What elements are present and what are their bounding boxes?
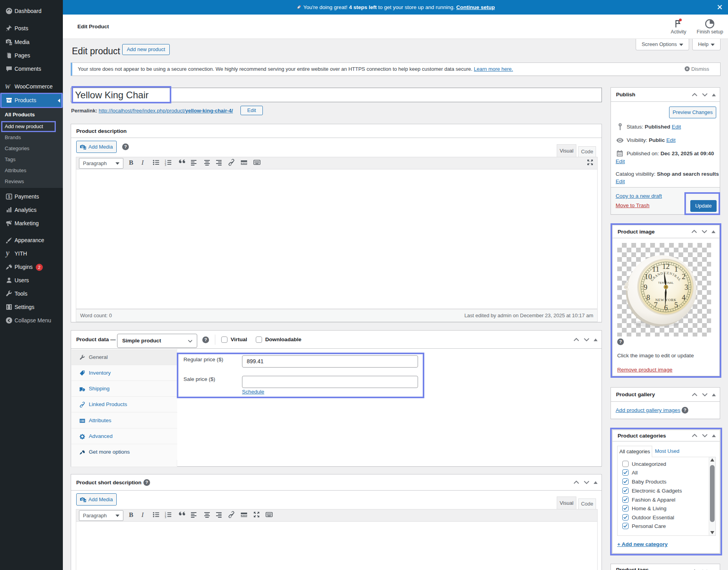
svg-text:I: I	[141, 159, 144, 166]
svg-text:I: I	[141, 511, 144, 519]
svg-text:4: 4	[682, 293, 686, 302]
svg-text:B: B	[129, 511, 133, 519]
svg-text:3: 3	[684, 283, 688, 291]
svg-text:5: 5	[674, 301, 678, 309]
svg-text:8: 8	[646, 293, 650, 302]
svg-text:11: 11	[652, 265, 659, 273]
svg-text:9: 9	[644, 283, 647, 291]
svg-text:$: $	[8, 194, 10, 199]
svg-text:7: 7	[654, 301, 658, 309]
svg-text:2: 2	[682, 272, 686, 281]
svg-text:W: W	[5, 83, 11, 90]
svg-text:3: 3	[165, 164, 166, 166]
svg-text:1: 1	[674, 265, 678, 273]
svg-text:3: 3	[165, 516, 166, 519]
svg-text:B: B	[129, 159, 133, 166]
svg-text:12: 12	[662, 262, 670, 270]
svg-text:y: y	[5, 250, 9, 257]
svg-text:6: 6	[664, 303, 668, 312]
